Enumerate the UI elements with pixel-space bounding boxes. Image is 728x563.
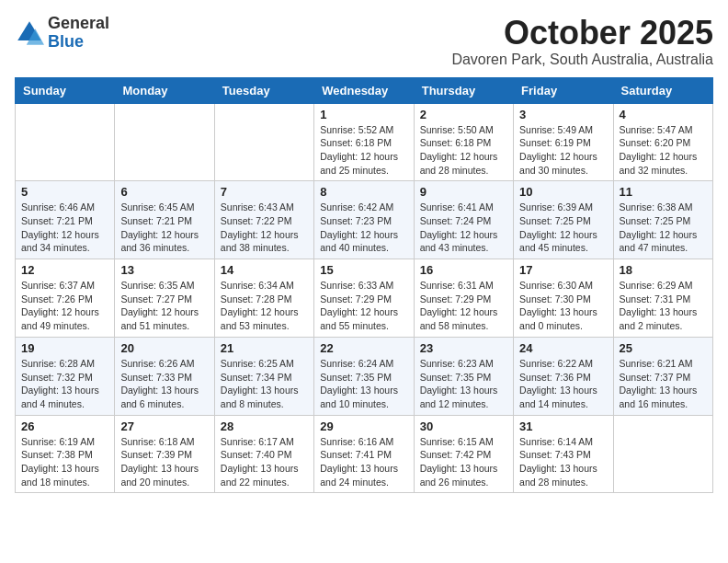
- day-info: Sunrise: 6:38 AM Sunset: 7:25 PM Dayligh…: [620, 201, 707, 255]
- calendar-cell: 20Sunrise: 6:26 AM Sunset: 7:33 PM Dayli…: [115, 337, 214, 415]
- day-info: Sunrise: 5:50 AM Sunset: 6:18 PM Dayligh…: [420, 123, 507, 178]
- day-info: Sunrise: 6:45 AM Sunset: 7:21 PM Dayligh…: [120, 201, 208, 255]
- calendar-cell: 14Sunrise: 6:34 AM Sunset: 7:28 PM Dayli…: [214, 259, 313, 338]
- month-title: October 2025: [451, 15, 713, 52]
- day-number: 28: [221, 419, 308, 433]
- day-number: 24: [519, 341, 607, 355]
- calendar-cell: 6Sunrise: 6:45 AM Sunset: 7:21 PM Daylig…: [115, 181, 214, 259]
- calendar-cell: 9Sunrise: 6:41 AM Sunset: 7:24 PM Daylig…: [414, 181, 513, 259]
- day-number: 21: [221, 341, 308, 355]
- day-info: Sunrise: 5:47 AM Sunset: 6:20 PM Dayligh…: [620, 123, 707, 178]
- calendar-cell: 4Sunrise: 5:47 AM Sunset: 6:20 PM Daylig…: [613, 103, 712, 181]
- calendar-week-row: 1Sunrise: 5:52 AM Sunset: 6:18 PM Daylig…: [16, 103, 713, 181]
- day-number: 22: [320, 341, 407, 355]
- day-info: Sunrise: 6:26 AM Sunset: 7:33 PM Dayligh…: [120, 357, 208, 411]
- day-number: 1: [320, 108, 407, 121]
- calendar-cell: 2Sunrise: 5:50 AM Sunset: 6:18 PM Daylig…: [414, 103, 513, 181]
- day-number: 25: [620, 341, 707, 355]
- day-number: 7: [221, 185, 308, 199]
- column-header-tuesday: Tuesday: [214, 77, 313, 103]
- calendar-cell: 5Sunrise: 6:46 AM Sunset: 7:21 PM Daylig…: [16, 181, 115, 259]
- column-header-friday: Friday: [514, 77, 613, 103]
- day-info: Sunrise: 6:23 AM Sunset: 7:35 PM Dayligh…: [420, 357, 507, 411]
- calendar-week-row: 12Sunrise: 6:37 AM Sunset: 7:26 PM Dayli…: [16, 259, 713, 338]
- calendar-cell: [115, 103, 214, 181]
- calendar-cell: 7Sunrise: 6:43 AM Sunset: 7:22 PM Daylig…: [214, 181, 313, 259]
- calendar-cell: 30Sunrise: 6:15 AM Sunset: 7:42 PM Dayli…: [414, 415, 513, 493]
- day-number: 5: [21, 185, 108, 199]
- calendar-cell: 18Sunrise: 6:29 AM Sunset: 7:31 PM Dayli…: [613, 259, 712, 338]
- day-info: Sunrise: 6:46 AM Sunset: 7:21 PM Dayligh…: [21, 201, 108, 255]
- calendar-table: SundayMondayTuesdayWednesdayThursdayFrid…: [15, 77, 713, 494]
- day-number: 23: [420, 341, 507, 355]
- day-number: 8: [320, 185, 407, 199]
- column-header-thursday: Thursday: [414, 77, 513, 103]
- day-number: 18: [620, 263, 707, 277]
- logo-text: General Blue: [48, 15, 109, 52]
- day-info: Sunrise: 6:39 AM Sunset: 7:25 PM Dayligh…: [519, 201, 607, 255]
- day-info: Sunrise: 6:43 AM Sunset: 7:22 PM Dayligh…: [221, 201, 308, 255]
- calendar-cell: 15Sunrise: 6:33 AM Sunset: 7:29 PM Dayli…: [314, 259, 414, 338]
- day-info: Sunrise: 6:29 AM Sunset: 7:31 PM Dayligh…: [620, 279, 707, 333]
- day-number: 9: [420, 185, 507, 199]
- day-info: Sunrise: 6:24 AM Sunset: 7:35 PM Dayligh…: [320, 357, 407, 411]
- day-info: Sunrise: 6:16 AM Sunset: 7:41 PM Dayligh…: [320, 435, 407, 489]
- day-number: 10: [519, 185, 607, 199]
- day-info: Sunrise: 6:41 AM Sunset: 7:24 PM Dayligh…: [420, 201, 507, 255]
- day-number: 13: [120, 263, 208, 277]
- day-info: Sunrise: 6:42 AM Sunset: 7:23 PM Dayligh…: [320, 201, 407, 255]
- calendar-week-row: 26Sunrise: 6:19 AM Sunset: 7:38 PM Dayli…: [16, 415, 713, 493]
- calendar-cell: [214, 103, 313, 181]
- day-info: Sunrise: 6:21 AM Sunset: 7:37 PM Dayligh…: [620, 357, 707, 411]
- calendar-cell: 16Sunrise: 6:31 AM Sunset: 7:29 PM Dayli…: [414, 259, 513, 338]
- day-info: Sunrise: 6:18 AM Sunset: 7:39 PM Dayligh…: [120, 435, 208, 489]
- day-info: Sunrise: 6:30 AM Sunset: 7:30 PM Dayligh…: [519, 279, 607, 333]
- day-info: Sunrise: 6:33 AM Sunset: 7:29 PM Dayligh…: [320, 279, 407, 333]
- day-info: Sunrise: 6:17 AM Sunset: 7:40 PM Dayligh…: [221, 435, 308, 489]
- column-header-sunday: Sunday: [16, 77, 115, 103]
- calendar-cell: [16, 103, 115, 181]
- calendar-cell: 11Sunrise: 6:38 AM Sunset: 7:25 PM Dayli…: [613, 181, 712, 259]
- day-number: 17: [519, 263, 607, 277]
- day-info: Sunrise: 6:22 AM Sunset: 7:36 PM Dayligh…: [519, 357, 607, 411]
- location: Davoren Park, South Australia, Australia: [451, 52, 713, 68]
- logo-icon: [15, 18, 44, 48]
- logo-blue-text: Blue: [48, 32, 84, 51]
- calendar-cell: 25Sunrise: 6:21 AM Sunset: 7:37 PM Dayli…: [613, 337, 712, 415]
- day-number: 3: [519, 108, 607, 121]
- day-number: 26: [21, 419, 108, 433]
- day-info: Sunrise: 5:49 AM Sunset: 6:19 PM Dayligh…: [519, 123, 607, 178]
- calendar-cell: 1Sunrise: 5:52 AM Sunset: 6:18 PM Daylig…: [314, 103, 414, 181]
- calendar-cell: 22Sunrise: 6:24 AM Sunset: 7:35 PM Dayli…: [314, 337, 414, 415]
- page-header: General Blue October 2025 Davoren Park, …: [15, 15, 713, 68]
- day-info: Sunrise: 6:31 AM Sunset: 7:29 PM Dayligh…: [420, 279, 507, 333]
- day-number: 15: [320, 263, 407, 277]
- column-header-wednesday: Wednesday: [314, 77, 414, 103]
- logo-general-text: General: [48, 14, 109, 32]
- calendar-cell: 23Sunrise: 6:23 AM Sunset: 7:35 PM Dayli…: [414, 337, 513, 415]
- calendar-cell: [613, 415, 712, 493]
- column-header-saturday: Saturday: [613, 77, 712, 103]
- calendar-cell: 29Sunrise: 6:16 AM Sunset: 7:41 PM Dayli…: [314, 415, 414, 493]
- calendar-week-row: 5Sunrise: 6:46 AM Sunset: 7:21 PM Daylig…: [16, 181, 713, 259]
- day-number: 29: [320, 419, 407, 433]
- calendar-cell: 10Sunrise: 6:39 AM Sunset: 7:25 PM Dayli…: [514, 181, 613, 259]
- day-number: 2: [420, 108, 507, 121]
- day-number: 6: [120, 185, 208, 199]
- day-number: 20: [120, 341, 208, 355]
- calendar-week-row: 19Sunrise: 6:28 AM Sunset: 7:32 PM Dayli…: [16, 337, 713, 415]
- calendar-cell: 17Sunrise: 6:30 AM Sunset: 7:30 PM Dayli…: [514, 259, 613, 338]
- calendar-cell: 13Sunrise: 6:35 AM Sunset: 7:27 PM Dayli…: [115, 259, 214, 338]
- day-info: Sunrise: 5:52 AM Sunset: 6:18 PM Dayligh…: [320, 123, 407, 178]
- day-info: Sunrise: 6:34 AM Sunset: 7:28 PM Dayligh…: [221, 279, 308, 333]
- day-info: Sunrise: 6:35 AM Sunset: 7:27 PM Dayligh…: [120, 279, 208, 333]
- day-number: 27: [120, 419, 208, 433]
- day-number: 31: [519, 419, 607, 433]
- calendar-cell: 26Sunrise: 6:19 AM Sunset: 7:38 PM Dayli…: [16, 415, 115, 493]
- day-info: Sunrise: 6:15 AM Sunset: 7:42 PM Dayligh…: [420, 435, 507, 489]
- day-number: 19: [21, 341, 108, 355]
- title-block: October 2025 Davoren Park, South Austral…: [451, 15, 713, 68]
- day-info: Sunrise: 6:37 AM Sunset: 7:26 PM Dayligh…: [21, 279, 108, 333]
- day-number: 4: [620, 108, 707, 121]
- calendar-cell: 19Sunrise: 6:28 AM Sunset: 7:32 PM Dayli…: [16, 337, 115, 415]
